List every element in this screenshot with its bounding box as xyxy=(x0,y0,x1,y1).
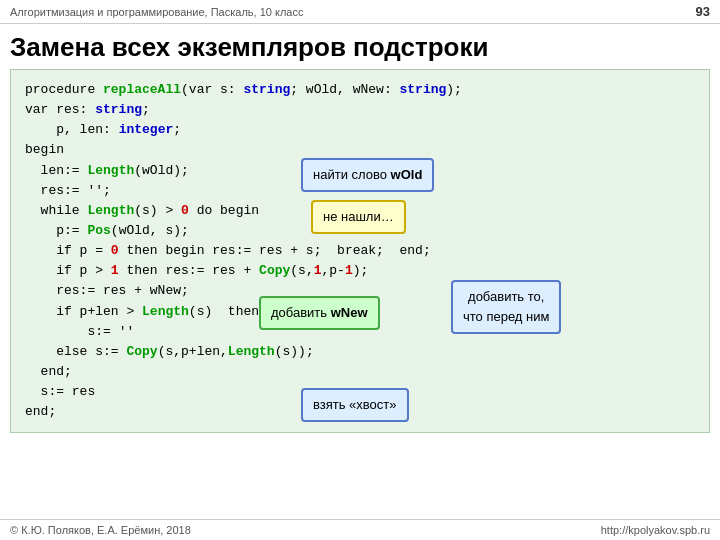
callout-add-new: добавить wNew xyxy=(259,296,380,330)
footer-right: http://kpolyakov.spb.ru xyxy=(601,524,710,536)
callout-find-word: найти слово wOld xyxy=(301,158,434,192)
header-bar: Алгоритмизация и программирование, Паска… xyxy=(0,0,720,24)
footer-left: © К.Ю. Поляков, Е.А. Ерёмин, 2018 xyxy=(10,524,191,536)
code-line-10: if p > 1 then res:= res + Copy(s,1,p-1); xyxy=(25,261,695,281)
code-area: procedure replaceAll(var s: string; wOld… xyxy=(10,69,710,433)
callout-add-before: добавить то,что перед ним xyxy=(451,280,561,334)
code-line-1: procedure replaceAll(var s: string; wOld… xyxy=(25,80,695,100)
code-line-14: else s:= Copy(s,p+len,Length(s)); xyxy=(25,342,695,362)
code-line-2: var res: string; xyxy=(25,100,695,120)
code-line-9: if p = 0 then begin res:= res + s; break… xyxy=(25,241,695,261)
course-title: Алгоритмизация и программирование, Паска… xyxy=(10,6,303,18)
callout-not-found: не нашли… xyxy=(311,200,406,234)
code-line-15: end; xyxy=(25,362,695,382)
footer: © К.Ю. Поляков, Е.А. Ерёмин, 2018 http:/… xyxy=(0,519,720,540)
page-number: 93 xyxy=(696,4,710,19)
code-line-3: p, len: integer; xyxy=(25,120,695,140)
page-title: Замена всех экземпляров подстроки xyxy=(0,24,720,69)
callout-take-tail: взять «хвост» xyxy=(301,388,409,422)
